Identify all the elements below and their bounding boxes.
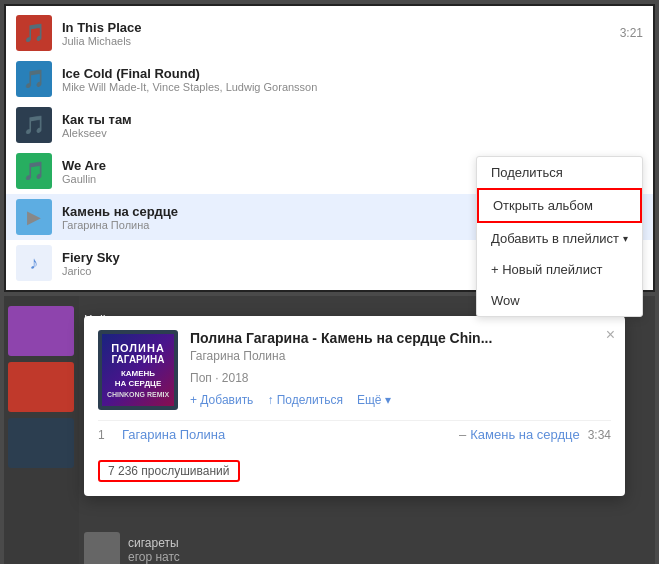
song-title-in-this-place: In This Place — [62, 20, 612, 35]
song-artist-ice-cold: Mike Will Made-It, Vince Staples, Ludwig… — [62, 81, 643, 93]
song-thumb-fiery-sky: ♪ — [16, 245, 52, 281]
song-item-in-this-place[interactable]: 🎵In This PlaceJulia Michaels3:21 — [6, 10, 653, 56]
song-artist-kak-ty-tam: Alekseev — [62, 127, 643, 139]
song-thumb-ice-cold: 🎵 — [16, 61, 52, 97]
album-cover-image: ПОЛИНА ГАГАРИНА КАМЕНЬНА СЕРДЦЕ CHINKONG… — [98, 330, 178, 410]
song-info-kak-ty-tam: Как ты тамAlekseev — [62, 112, 643, 139]
song-info-in-this-place: In This PlaceJulia Michaels — [62, 20, 612, 47]
bg-thumb-1 — [8, 306, 74, 356]
bg-thumb-3 — [8, 418, 74, 468]
top-panel: 🎵In This PlaceJulia Michaels3:21🎵Ice Col… — [4, 4, 655, 292]
song-duration-in-this-place: 3:21 — [620, 26, 643, 40]
dropdown-share[interactable]: Поделиться — [477, 157, 642, 188]
song-artist-in-this-place: Julia Michaels — [62, 35, 612, 47]
share-button[interactable]: ↑ Поделиться — [267, 393, 343, 407]
song-item-ice-cold[interactable]: 🎵Ice Cold (Final Round)Mike Will Made-It… — [6, 56, 653, 102]
singer-sub: егор натс — [128, 550, 180, 564]
bottom-panel: Kelly × ПОЛИНА ГАГАРИНА КАМЕНЬНА СЕРДЦЕ … — [4, 296, 655, 564]
add-button[interactable]: + Добавить — [190, 393, 253, 407]
song-info-ice-cold: Ice Cold (Final Round)Mike Will Made-It,… — [62, 66, 643, 93]
album-actions: + Добавить ↑ Поделиться Ещё ▾ — [190, 393, 611, 407]
album-title: Полина Гагарина - Камень на сердце Chin.… — [190, 330, 611, 346]
bg-thumb-2 — [8, 362, 74, 412]
track-duration: 3:34 — [588, 428, 611, 442]
song-thumb-we-are: 🎵 — [16, 153, 52, 189]
play-count-badge: 7 236 прослушиваний — [98, 460, 240, 482]
track-artist-link[interactable]: Гагарина Полина — [122, 427, 455, 442]
album-header: ПОЛИНА ГАГАРИНА КАМЕНЬНА СЕРДЦЕ CHINKONG… — [98, 330, 611, 410]
dropdown-wow[interactable]: Wow — [477, 285, 642, 316]
close-button[interactable]: × — [606, 326, 615, 344]
track-number: 1 — [98, 428, 112, 442]
song-title-ice-cold: Ice Cold (Final Round) — [62, 66, 643, 81]
song-title-kak-ty-tam: Как ты там — [62, 112, 643, 127]
dropdown-new-playlist[interactable]: + Новый плейлист — [477, 254, 642, 285]
album-info: Полина Гагарина - Камень на сердце Chin.… — [190, 330, 611, 410]
dropdown-open-album[interactable]: Открыть альбом — [477, 188, 642, 223]
track-separator: – — [459, 427, 466, 442]
song-thumb-kamen-na-serdce: ▶ — [16, 199, 52, 235]
context-dropdown: Поделиться Открыть альбом Добавить в пле… — [476, 156, 643, 317]
track-row: 1 Гагарина Полина – Камень на сердце 3:3… — [98, 420, 611, 448]
singer-name: сигареты — [128, 536, 180, 550]
singer-info: сигареты егор натс — [128, 536, 180, 564]
bottom-singer-row: сигареты егор натс — [84, 532, 180, 564]
dropdown-add-playlist[interactable]: Добавить в плейлист ▾ — [477, 223, 642, 254]
album-artist: Гагарина Полина — [190, 349, 611, 363]
more-button[interactable]: Ещё ▾ — [357, 393, 391, 407]
track-name-link[interactable]: Камень на сердце — [470, 427, 579, 442]
song-thumb-in-this-place: 🎵 — [16, 15, 52, 51]
song-thumb-kak-ty-tam: 🎵 — [16, 107, 52, 143]
singer-thumbnail — [84, 532, 120, 564]
bg-sidebar — [4, 296, 79, 564]
album-popup: × ПОЛИНА ГАГАРИНА КАМЕНЬНА СЕРДЦЕ CHINKO… — [84, 316, 625, 496]
song-item-kak-ty-tam[interactable]: 🎵Как ты тамAlekseev — [6, 102, 653, 148]
album-genre-year: Поп · 2018 — [190, 371, 611, 385]
